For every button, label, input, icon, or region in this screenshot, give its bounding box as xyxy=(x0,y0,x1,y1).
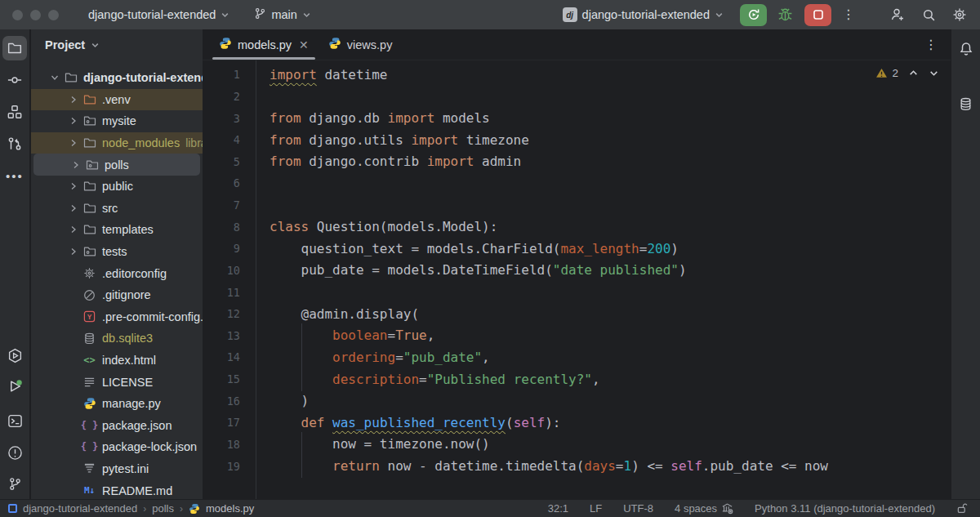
code-with-me-button[interactable] xyxy=(885,4,910,25)
rerun-button[interactable] xyxy=(740,4,767,26)
run-tool-button[interactable] xyxy=(2,374,27,399)
services-tool-button[interactable] xyxy=(2,343,27,368)
code-line-content[interactable]: pub_date = models.DateTimeField("date pu… xyxy=(270,262,687,278)
tree-item-node-modules[interactable]: node_moduleslibrary root xyxy=(31,132,203,154)
encoding-widget[interactable]: UTF-8 xyxy=(623,502,653,515)
breadcrumb-item[interactable]: django-tutorial-extended xyxy=(23,502,137,515)
code-line-content[interactable]: class Question(models.Model): xyxy=(270,219,497,234)
chevron-right-icon[interactable] xyxy=(66,95,81,105)
close-window-button[interactable] xyxy=(12,10,23,20)
project-tool-button[interactable] xyxy=(2,36,27,60)
tree-item-readme-md[interactable]: M↓README.md xyxy=(31,479,203,499)
line-number[interactable]: 10 xyxy=(203,264,240,277)
chevron-right-icon[interactable] xyxy=(66,203,81,213)
tab-options-button[interactable]: ⋮ xyxy=(924,29,938,60)
breadcrumb-item[interactable]: models.py xyxy=(206,502,254,515)
code-line-content[interactable]: description="Published recently?", xyxy=(270,372,600,387)
tree-item-index-html[interactable]: <>index.html xyxy=(31,350,203,372)
code-line-content[interactable]: ) xyxy=(270,393,309,408)
line-number[interactable]: 6 xyxy=(203,176,240,189)
tree-item-editorconfig[interactable]: .editorconfig xyxy=(31,262,203,284)
line-number[interactable]: 13 xyxy=(203,329,240,342)
tree-item-tests[interactable]: tests xyxy=(31,241,203,263)
more-tool-windows-button[interactable]: ••• xyxy=(2,163,27,188)
line-number[interactable]: 15 xyxy=(203,372,240,386)
pull-requests-tool-button[interactable] xyxy=(2,131,27,156)
tree-item-polls[interactable]: polls xyxy=(33,154,200,176)
line-number[interactable]: 9 xyxy=(203,242,240,255)
interpreter-widget[interactable]: Python 3.11 (django-tutorial-extended) xyxy=(755,502,935,515)
search-everywhere-button[interactable] xyxy=(916,4,941,25)
project-widget[interactable]: django-tutorial-extended xyxy=(83,6,234,24)
terminal-tool-button[interactable] xyxy=(2,408,27,433)
line-number[interactable]: 1 xyxy=(203,68,240,81)
code-line-content[interactable]: from django.db import models xyxy=(270,110,490,126)
close-tab-icon[interactable]: ✕ xyxy=(299,38,309,51)
tree-item-license[interactable]: LICENSE xyxy=(31,371,203,393)
chevron-right-icon[interactable] xyxy=(66,181,81,191)
line-number[interactable]: 2 xyxy=(203,90,240,103)
line-number[interactable]: 7 xyxy=(203,198,240,212)
code-line-content[interactable]: return now - datetime.timedelta(days=1) … xyxy=(270,458,828,474)
tree-item-django-tutorial-extended[interactable]: django-tutorial-extended xyxy=(31,67,203,89)
line-number[interactable]: 14 xyxy=(203,350,240,363)
chevron-right-icon[interactable] xyxy=(66,225,81,234)
line-number[interactable]: 12 xyxy=(203,307,240,320)
line-number[interactable]: 3 xyxy=(203,112,240,125)
maximize-window-button[interactable] xyxy=(48,10,59,20)
chevron-right-icon[interactable] xyxy=(69,160,83,170)
line-number[interactable]: 19 xyxy=(203,460,240,473)
settings-button[interactable] xyxy=(947,4,972,25)
code-line-content[interactable]: @admin.display( xyxy=(270,306,419,322)
line-ending-widget[interactable]: LF xyxy=(590,502,602,515)
tree-item-templates[interactable]: templates xyxy=(31,219,203,241)
breadcrumb[interactable]: django-tutorial-extended › polls › model… xyxy=(8,502,254,515)
tab-models-py[interactable]: models.py ✕ xyxy=(209,29,318,60)
code-editor[interactable]: 1import datetime23from django.db import … xyxy=(203,64,951,477)
line-number[interactable]: 11 xyxy=(203,286,240,299)
tree-item-public[interactable]: public xyxy=(31,176,203,198)
minimize-window-button[interactable] xyxy=(30,10,41,20)
line-number[interactable]: 4 xyxy=(203,133,240,146)
tree-item-mysite[interactable]: mysite xyxy=(31,110,203,132)
tree-item-src[interactable]: src xyxy=(31,198,203,220)
tree-item-package-lock-json[interactable]: { }package-lock.json xyxy=(31,436,203,458)
tree-item-gitignore[interactable]: .gitignore xyxy=(31,284,203,306)
window-controls[interactable] xyxy=(12,10,59,20)
notifications-button[interactable] xyxy=(954,37,978,61)
code-line-content[interactable]: ordering="pub_date", xyxy=(270,350,490,365)
more-run-actions-button[interactable]: ⋮ xyxy=(836,4,861,25)
breadcrumb-item[interactable]: polls xyxy=(152,502,174,515)
tree-item-pytest-ini[interactable]: pytest.ini xyxy=(31,458,203,480)
tree-item-venv[interactable]: .venv xyxy=(31,89,203,111)
code-line-content[interactable]: from django.utils import timezone xyxy=(270,132,529,148)
debug-button[interactable] xyxy=(773,4,797,25)
stop-button[interactable] xyxy=(804,4,831,26)
code-line-content[interactable]: def was_published_recently(self): xyxy=(270,415,560,430)
inspections-widget[interactable]: 2 xyxy=(875,67,939,79)
next-problem-button[interactable] xyxy=(929,68,939,78)
code-line-content[interactable]: import datetime xyxy=(270,67,388,82)
vcs-branch-widget[interactable]: main xyxy=(249,5,315,25)
code-line-content[interactable]: boolean=True, xyxy=(270,328,434,343)
code-line-content[interactable]: question_text = models.CharField(max_len… xyxy=(270,241,679,256)
project-panel-header[interactable]: Project xyxy=(31,29,203,60)
problems-tool-button[interactable] xyxy=(2,440,27,465)
line-number[interactable]: 5 xyxy=(203,155,240,168)
previous-problem-button[interactable] xyxy=(908,68,919,78)
chevron-right-icon[interactable] xyxy=(66,116,81,126)
tab-views-py[interactable]: views.py xyxy=(318,29,403,60)
version-control-tool-button[interactable] xyxy=(2,471,27,496)
code-line-content[interactable]: from django.contrib import admin xyxy=(270,154,521,169)
chevron-down-icon[interactable] xyxy=(47,73,62,82)
indent-widget[interactable]: 4 spaces xyxy=(675,502,733,515)
structure-tool-button[interactable] xyxy=(2,100,27,124)
code-line-content[interactable]: now = timezone.now() xyxy=(270,436,490,452)
tree-item-pre-commit-config-yaml[interactable]: Y.pre-commit-config.yaml xyxy=(31,306,203,328)
run-configuration-widget[interactable]: dj django-tutorial-extended xyxy=(558,5,728,25)
chevron-right-icon[interactable] xyxy=(66,138,81,148)
tree-item-manage-py[interactable]: manage.py xyxy=(31,393,203,415)
caret-position-widget[interactable]: 32:1 xyxy=(548,502,568,515)
line-number[interactable]: 16 xyxy=(203,394,240,408)
line-number[interactable]: 17 xyxy=(203,416,240,429)
